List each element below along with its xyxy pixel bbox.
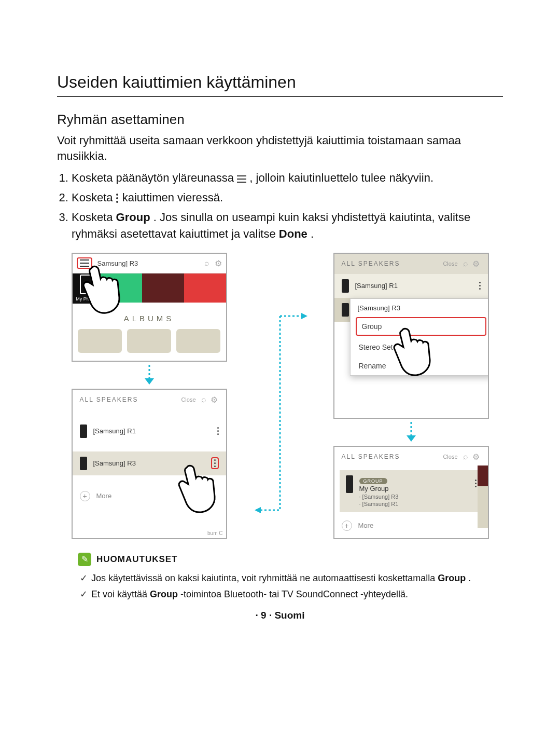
plus-icon: + <box>342 521 352 531</box>
section-subtitle: Ryhmän asettaminen <box>57 112 503 128</box>
album-thumb[interactable] <box>78 329 122 353</box>
context-popup: [Samsung] R3 Group Stereo Set Rename <box>350 298 489 376</box>
album-row <box>73 329 226 358</box>
more-row[interactable]: + More <box>73 486 226 506</box>
more-dots-icon[interactable] <box>479 282 481 290</box>
screenshot-1: Samsung] R3 ⌕ ⚙ My Phone ALBUMS <box>72 253 227 362</box>
speaker-label: [Samsung] R1 <box>355 282 398 290</box>
step-text: Kosketa <box>72 191 116 204</box>
group-name: My Group <box>359 485 399 492</box>
hamburger-icon[interactable] <box>80 259 89 267</box>
search-icon[interactable]: ⌕ <box>204 258 209 268</box>
album-thumb[interactable] <box>176 329 220 353</box>
note-item: Jos käytettävissä on kaksi kaiutinta, vo… <box>80 571 503 585</box>
step-2: Kosketa kaiuttimen vieressä. <box>72 189 503 206</box>
gear-icon[interactable]: ⚙ <box>472 259 481 269</box>
hamburger-icon <box>237 175 246 183</box>
speaker-icon <box>342 279 349 293</box>
truncated-label: bum C <box>207 530 222 536</box>
panel-title: ALL SPEAKERS Close ⌕ ⚙ <box>73 390 226 410</box>
all-speakers-label: ALL SPEAKERS <box>342 260 400 267</box>
all-speakers-label: ALL SPEAKERS <box>80 396 138 403</box>
more-dots-icon[interactable] <box>217 427 219 435</box>
speaker-row-r1[interactable]: [Samsung] R1 <box>334 274 488 298</box>
albums-label: ALBUMS <box>73 303 226 329</box>
note-text: . <box>468 573 471 583</box>
group-member: · [Samsung] R3 <box>359 494 399 500</box>
bold-group: Group <box>438 573 466 583</box>
close-button[interactable]: Close <box>443 454 457 460</box>
more-row[interactable]: + More <box>334 515 488 536</box>
close-button[interactable]: Close <box>443 261 457 267</box>
svg-marker-5 <box>407 435 416 442</box>
speaker-icon <box>80 457 87 470</box>
svg-marker-2 <box>301 313 307 319</box>
close-button[interactable]: Close <box>181 396 195 403</box>
speaker-label: [Samsung] R1 <box>93 427 136 435</box>
speaker-icon <box>80 425 87 438</box>
album-thumb[interactable] <box>127 329 171 353</box>
dots-highlight <box>211 457 219 469</box>
popup-item-stereo[interactable]: Stereo Set <box>351 338 489 357</box>
more-label: More <box>358 522 374 529</box>
speaker-icon <box>346 475 353 493</box>
note-text: Et voi käyttää <box>91 589 150 599</box>
group-member: · [Samsung] R1 <box>359 501 399 507</box>
plus-icon: + <box>80 491 90 501</box>
gear-icon[interactable]: ⚙ <box>215 258 222 268</box>
bold-done: Done <box>279 227 307 240</box>
screenshot-3: ALL SPEAKERS Close ⌕ ⚙ [Samsung] R1 [Sam… <box>333 253 489 419</box>
gear-icon[interactable]: ⚙ <box>472 452 481 462</box>
group-row[interactable]: GROUP My Group · [Samsung] R3 · [Samsung… <box>340 470 483 512</box>
step-text: Kosketa <box>72 211 116 224</box>
screenshot-2: ALL SPEAKERS Close ⌕ ⚙ [Samsung] R1 [Sam… <box>72 389 227 539</box>
left-column: Samsung] R3 ⌕ ⚙ My Phone ALBUMS <box>57 253 241 539</box>
notes-title: HUOMAUTUKSET <box>96 554 178 565</box>
bold-group: Group <box>150 589 178 599</box>
figures-area: Samsung] R3 ⌕ ⚙ My Phone ALBUMS <box>57 253 503 539</box>
popup-item-group[interactable]: Group <box>356 317 486 336</box>
steps-list: Kosketa päänäytön yläreunassa , jolloin … <box>57 170 503 242</box>
search-icon[interactable]: ⌕ <box>463 259 469 268</box>
color-swatches <box>101 273 226 303</box>
more-dots-icon[interactable] <box>475 480 477 487</box>
step-text: , jolloin kaiutinluettelo tulee näkyviin… <box>249 171 433 184</box>
note-text: -toimintoa Bluetooth- tai TV SoundConnec… <box>180 589 408 599</box>
group-badge: GROUP <box>359 478 387 484</box>
gear-icon[interactable]: ⚙ <box>211 395 219 405</box>
more-label: More <box>96 492 112 500</box>
speaker-row-r1[interactable]: [Samsung] R1 <box>73 419 226 443</box>
step-text: Kosketa päänäytön yläreunassa <box>72 171 237 184</box>
speaker-label: [Samsung] R3 <box>93 459 136 467</box>
popup-title: [Samsung] R3 <box>351 299 489 315</box>
step-3: Kosketa Group . Jos sinulla on useampi k… <box>72 209 503 242</box>
svg-marker-1 <box>145 378 154 385</box>
bold-group: Group <box>116 211 150 224</box>
vertical-dots-icon <box>116 194 119 203</box>
screenshot-4: ALL SPEAKERS Close ⌕ ⚙ GROUP My Group · … <box>333 446 489 539</box>
more-dots-icon[interactable] <box>214 459 216 467</box>
panel-title: ALL SPEAKERS Close ⌕ ⚙ <box>334 447 488 467</box>
svg-marker-3 <box>255 507 261 513</box>
app-bar: Samsung] R3 ⌕ ⚙ <box>73 254 226 273</box>
arrow-down-icon <box>404 422 418 443</box>
page-footer: · 9 · Suomi <box>57 610 503 621</box>
speaker-row-r3[interactable]: [Samsung] R3 <box>73 451 226 475</box>
my-phone-tile[interactable]: My Phone <box>73 273 101 304</box>
search-icon[interactable]: ⌕ <box>463 452 469 461</box>
step-text: . <box>311 227 314 240</box>
note-item: Et voi käyttää Group -toimintoa Bluetoot… <box>80 587 503 601</box>
step-text: kaiuttimen vieressä. <box>122 191 223 204</box>
panel-title: ALL SPEAKERS Close ⌕ ⚙ <box>334 254 488 274</box>
all-speakers-label: ALL SPEAKERS <box>342 453 400 460</box>
right-column: ALL SPEAKERS Close ⌕ ⚙ [Samsung] R1 [Sam… <box>319 253 503 539</box>
notes-section: ✎ HUOMAUTUKSET Jos käytettävissä on kaks… <box>57 553 503 601</box>
my-phone-label: My Phone <box>76 296 97 302</box>
popup-item-rename[interactable]: Rename <box>351 357 489 375</box>
color-strip <box>478 466 488 538</box>
speaker-icon <box>342 303 349 317</box>
note-text: Jos käytettävissä on kaksi kaiutinta, vo… <box>91 573 438 583</box>
page-title: Useiden kaiuttimien käyttäminen <box>57 73 503 97</box>
hamburger-highlight <box>77 257 92 269</box>
search-icon[interactable]: ⌕ <box>201 395 207 404</box>
